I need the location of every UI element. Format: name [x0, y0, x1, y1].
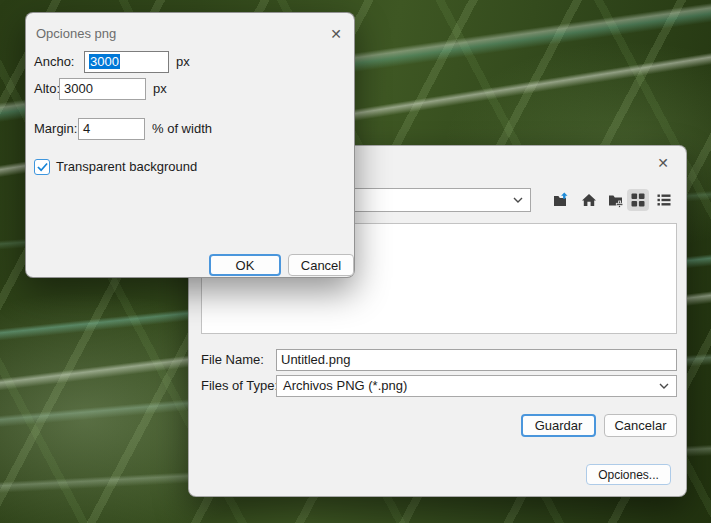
margin-label: Margin: [34, 118, 77, 140]
width-label: Ancho: [34, 51, 74, 73]
margin-input[interactable]: 4 [78, 118, 145, 140]
close-icon[interactable]: ✕ [653, 153, 673, 173]
chevron-down-icon [513, 197, 523, 203]
list-view-icon [656, 192, 672, 208]
grid-view-button[interactable] [627, 189, 649, 211]
ok-button[interactable]: OK [209, 254, 281, 276]
width-unit: px [176, 51, 190, 73]
new-folder-button[interactable] [605, 189, 627, 211]
up-folder-button[interactable] [550, 189, 572, 211]
new-folder-icon [608, 192, 624, 208]
height-value: 3000 [64, 81, 93, 96]
margin-value: 4 [83, 121, 90, 136]
height-unit: px [153, 78, 167, 100]
dialog-title: Opciones png [36, 26, 116, 41]
height-label: Alto: [34, 78, 60, 100]
png-options-dialog: Opciones png ✕ Ancho: 3000 px Alto: 3000… [25, 12, 355, 278]
width-input[interactable]: 3000 [84, 51, 169, 73]
files-of-type-value: Archivos PNG (*.png) [283, 378, 407, 393]
checkmark-icon [37, 162, 48, 172]
up-folder-icon [553, 192, 569, 208]
width-value: 3000 [89, 54, 120, 69]
home-icon [581, 192, 597, 208]
margin-unit: % of width [152, 118, 212, 140]
files-of-type-select[interactable]: Archivos PNG (*.png) [276, 375, 677, 397]
cancel-button[interactable]: Cancelar [604, 414, 677, 437]
options-button[interactable]: Opciones... [586, 464, 671, 485]
transparent-background-label: Transparent background [56, 156, 197, 178]
close-icon[interactable]: ✕ [326, 24, 346, 44]
list-view-button[interactable] [653, 189, 675, 211]
chevron-down-icon [659, 383, 669, 389]
file-name-label: File Name: [201, 349, 264, 371]
cancel-button[interactable]: Cancel [288, 254, 354, 276]
home-button[interactable] [578, 189, 600, 211]
height-input[interactable]: 3000 [59, 78, 146, 100]
file-name-input[interactable]: Untitled.png [276, 349, 677, 371]
grid-view-icon [630, 192, 646, 208]
file-name-value: Untitled.png [281, 352, 350, 367]
transparent-background-checkbox[interactable] [34, 159, 50, 175]
save-button[interactable]: Guardar [521, 414, 596, 437]
files-of-type-label: Files of Type: [201, 375, 278, 397]
